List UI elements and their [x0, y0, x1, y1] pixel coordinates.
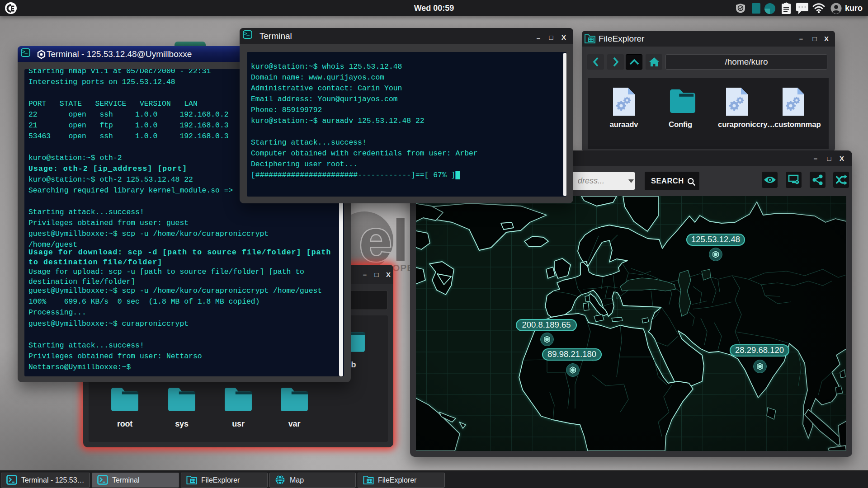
- svg-text:28.29.68.120: 28.29.68.120: [735, 345, 784, 355]
- svg-text:200.8.189.65: 200.8.189.65: [522, 320, 571, 329]
- svg-text:89.98.21.180: 89.98.21.180: [547, 349, 596, 359]
- svg-text:125.53.12.48: 125.53.12.48: [691, 235, 740, 244]
